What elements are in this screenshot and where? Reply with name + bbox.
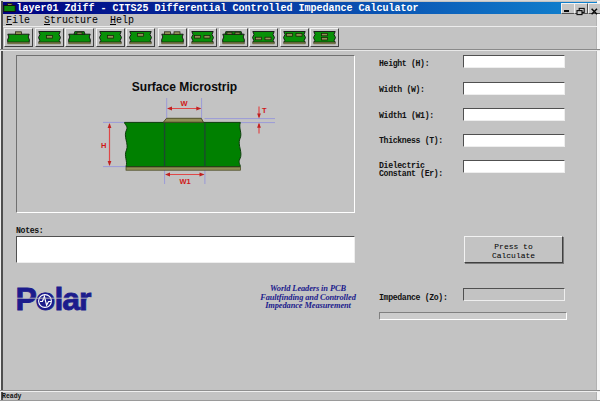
svg-text:T: T xyxy=(262,106,267,115)
svg-text:W: W xyxy=(180,99,188,108)
svg-text:W1: W1 xyxy=(179,177,190,186)
svg-text:H: H xyxy=(101,141,106,150)
